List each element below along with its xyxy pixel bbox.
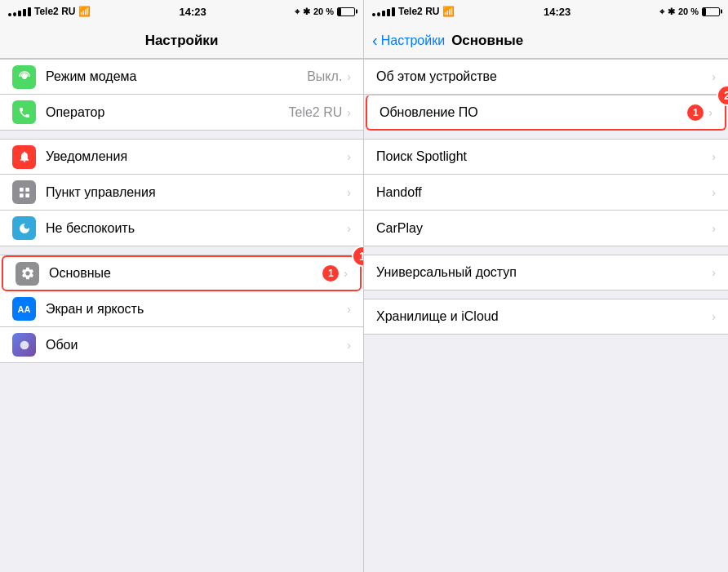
handoff-label: Handoff — [376, 185, 712, 200]
storage-icloud-chevron: › — [712, 310, 716, 323]
display-label: Экран и яркость — [46, 302, 347, 317]
wallpaper-item[interactable]: Обои › — [0, 327, 363, 363]
right-time: 14:23 — [544, 6, 570, 18]
right-group2: Поиск Spotlight › Handoff › CarPlay › — [364, 139, 728, 246]
spotlight-item[interactable]: Поиск Spotlight › — [364, 139, 728, 175]
left-settings-list[interactable]: Режим модема Выкл. › Оператор Tele2 RU › — [0, 59, 363, 572]
display-item[interactable]: AA Экран и яркость › — [0, 291, 363, 327]
left-group1: Режим модема Выкл. › Оператор Tele2 RU › — [0, 59, 363, 131]
handoff-item[interactable]: Handoff › — [364, 175, 728, 211]
right-separator3 — [364, 290, 728, 299]
about-item[interactable]: Об этом устройстве › — [364, 59, 728, 95]
operator-icon — [12, 100, 36, 124]
svg-point-6 — [22, 343, 26, 347]
separator1 — [0, 131, 363, 139]
notifications-chevron: › — [347, 150, 351, 163]
notifications-label: Уведомления — [46, 149, 347, 164]
right-bluetooth-icon: ✱ — [668, 7, 675, 17]
list-item[interactable]: Пункт управления › — [0, 175, 363, 211]
location-icon: ⌖ — [295, 7, 300, 17]
accessibility-chevron: › — [712, 266, 716, 279]
right-wifi-icon: 📶 — [442, 6, 455, 17]
right-phone-panel: Tele2 RU 📶 14:23 ⌖ ✱ 20 % ‹ Настройки Ос… — [364, 0, 728, 572]
carplay-label: CarPlay — [376, 221, 712, 236]
dnd-chevron: › — [347, 222, 351, 235]
svg-rect-1 — [20, 188, 24, 192]
display-icon: AA — [12, 297, 36, 321]
left-status-right: ⌖ ✱ 20 % — [295, 7, 355, 17]
wallpaper-label: Обои — [46, 338, 347, 353]
software-update-label: Обновление ПО — [380, 105, 687, 120]
svg-rect-3 — [20, 193, 24, 197]
right-location-icon: ⌖ — [659, 7, 664, 17]
right-separator2 — [364, 246, 728, 255]
modem-chevron: › — [347, 70, 351, 83]
wifi-icon: 📶 — [78, 6, 91, 17]
right-status-bar: Tele2 RU 📶 14:23 ⌖ ✱ 20 % — [364, 0, 728, 23]
dnd-label: Не беспокоить — [46, 221, 347, 236]
right-settings-list[interactable]: Об этом устройстве › Обновление ПО 1 › 2… — [364, 59, 728, 572]
left-group2: Уведомления › Пункт управления › — [0, 139, 363, 246]
left-status-left: Tele2 RU 📶 — [8, 6, 91, 17]
right-nav-title: Основные — [451, 33, 523, 49]
list-item[interactable]: Оператор Tele2 RU › — [0, 95, 363, 131]
right-nav-bar: ‹ Настройки Основные — [364, 23, 728, 59]
left-nav-bar: Настройки — [0, 23, 363, 59]
svg-rect-4 — [25, 193, 29, 197]
notifications-icon — [12, 145, 36, 169]
general-chevron: › — [344, 267, 348, 280]
left-phone-panel: Tele2 RU 📶 14:23 ⌖ ✱ 20 % Настройки — [0, 0, 364, 572]
general-item[interactable]: Основные 1 › — [2, 255, 362, 291]
software-update-item[interactable]: Обновление ПО 1 › — [366, 95, 726, 131]
left-carrier: Tele2 RU — [34, 6, 75, 17]
accessibility-label: Универсальный доступ — [376, 265, 712, 280]
list-item[interactable]: Уведомления › — [0, 139, 363, 175]
accessibility-item[interactable]: Универсальный доступ › — [364, 255, 728, 290]
wallpaper-chevron: › — [347, 339, 351, 352]
carplay-item[interactable]: CarPlay › — [364, 211, 728, 246]
left-battery-icon — [337, 7, 355, 16]
svg-rect-2 — [25, 188, 29, 192]
operator-chevron: › — [347, 106, 351, 119]
software-update-highlight-wrap: Обновление ПО 1 › 2 — [364, 95, 728, 131]
carplay-chevron: › — [712, 222, 716, 235]
dnd-icon — [12, 216, 36, 240]
back-label: Настройки — [381, 33, 445, 48]
storage-icloud-label: Хранилище и iCloud — [376, 309, 712, 324]
spotlight-chevron: › — [712, 150, 716, 163]
right-carrier: Tele2 RU — [398, 6, 439, 17]
modem-value: Выкл. — [307, 69, 342, 84]
display-chevron: › — [347, 303, 351, 316]
separator2 — [0, 246, 363, 255]
bluetooth-icon: ✱ — [303, 7, 310, 17]
about-label: Об этом устройстве — [376, 69, 712, 84]
left-nav-title: Настройки — [145, 33, 219, 49]
right-signal-icon — [372, 7, 395, 16]
spotlight-label: Поиск Spotlight — [376, 149, 712, 164]
storage-icloud-item[interactable]: Хранилище и iCloud › — [364, 299, 728, 335]
right-separator1 — [364, 131, 728, 139]
left-group3: Основные 1 › 1 AA Экран и яркость › — [0, 255, 363, 363]
general-label: Основные — [49, 266, 322, 281]
right-group3: Универсальный доступ › — [364, 255, 728, 290]
software-update-chevron: › — [708, 106, 712, 119]
back-chevron-icon: ‹ — [372, 31, 378, 50]
operator-label: Оператор — [46, 105, 289, 120]
back-button[interactable]: ‹ Настройки — [372, 31, 445, 50]
operator-value: Tele2 RU — [289, 105, 343, 120]
right-battery-icon — [702, 7, 720, 16]
general-icon — [16, 262, 39, 286]
modem-label: Режим модема — [46, 69, 307, 84]
right-group1: Об этом устройстве › Обновление ПО 1 › 2 — [364, 59, 728, 131]
right-status-left: Tele2 RU 📶 — [372, 6, 455, 17]
list-item[interactable]: Режим модема Выкл. › — [0, 59, 363, 95]
left-time: 14:23 — [180, 6, 206, 18]
general-badge: 1 — [322, 265, 339, 282]
right-status-right: ⌖ ✱ 20 % — [659, 7, 720, 17]
list-item[interactable]: Не беспокоить › — [0, 211, 363, 246]
wallpaper-icon — [12, 333, 36, 357]
software-update-badge: 1 — [687, 104, 704, 121]
control-center-chevron: › — [347, 186, 351, 199]
signal-icon — [8, 7, 31, 16]
right-group4: Хранилище и iCloud › — [364, 299, 728, 335]
